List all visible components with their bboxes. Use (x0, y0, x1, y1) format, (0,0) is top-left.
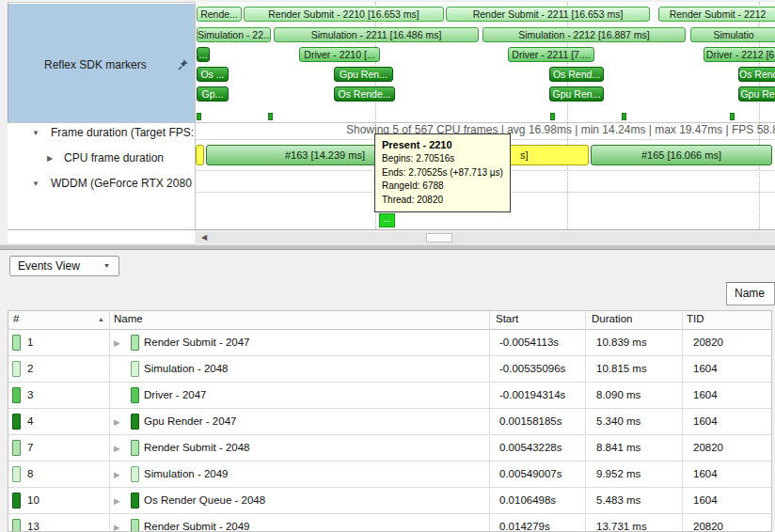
event-color-chip (131, 387, 139, 403)
event-color-chip (131, 414, 139, 430)
present-tick[interactable] (550, 113, 555, 120)
event-duration: 5.340 ms (596, 415, 641, 427)
event-tid: 20820 (693, 442, 723, 453)
column-header-start[interactable]: Start (496, 313, 518, 324)
column-divider[interactable] (682, 311, 683, 532)
collapse-arrow-icon[interactable]: ▼ (32, 129, 40, 137)
table-row[interactable]: 4▶Gpu Render - 20470.00158185s5.340 ms16… (8, 409, 771, 435)
tree-item-cpu-frame-duration[interactable]: ▶ CPU frame duration (8, 151, 195, 168)
events-view-dropdown[interactable]: Events View ▼ (9, 256, 119, 276)
marker-bar[interactable]: Gpu Ren... (334, 67, 393, 82)
event-duration: 13.731 ms (596, 521, 647, 532)
collapse-arrow-icon[interactable]: ▼ (32, 180, 40, 188)
marker-bar[interactable]: Os Rende... (334, 86, 395, 102)
column-header-index[interactable]: # (13, 313, 19, 324)
event-tooltip: Present - 2210 Begins: 2.70516sEnds: 2.7… (374, 133, 511, 212)
present-tick[interactable] (197, 113, 201, 120)
event-color-chip (131, 361, 139, 377)
expand-arrow-icon[interactable]: ▶ (114, 523, 120, 532)
event-start: 0.014279s (499, 521, 550, 532)
row-index: 2 (27, 363, 33, 374)
event-tid: 1604 (693, 468, 718, 479)
event-duration: 10.839 ms (596, 336, 647, 348)
marker-bar[interactable]: Driver - 2210 [... (299, 47, 380, 62)
wddm-event-chip[interactable]: ... (379, 213, 395, 227)
event-color-chip (131, 440, 139, 456)
event-color-chip (131, 493, 139, 509)
row-index: 13 (27, 521, 40, 532)
column-divider[interactable] (489, 311, 490, 532)
event-color-chip (12, 387, 21, 403)
cpu-frame-bar[interactable]: #165 [16.066 ms] (591, 145, 772, 165)
column-header-name[interactable]: Name (114, 313, 143, 324)
table-row[interactable]: 8▶Simulation - 20490.00549007s9.952 ms16… (8, 462, 771, 488)
expand-arrow-icon[interactable]: ▶ (114, 470, 120, 479)
table-row[interactable]: 10▶Os Render Queue - 20480.0106498s5.483… (8, 488, 771, 514)
tree-item-wddm[interactable]: ▼ WDDM (GeForce RTX 2080 SUP (8, 177, 195, 194)
sort-ascending-icon: ▲ (98, 316, 104, 322)
marker-bar[interactable]: Render Submit - 2210 [16.653 ms] (244, 7, 444, 22)
table-row[interactable]: 1▶Render Submit - 2047-0.0054113s10.839 … (8, 330, 771, 356)
marker-bar[interactable]: Simulation - 2212 [16.887 ms] (482, 27, 686, 42)
event-color-chip (131, 519, 139, 532)
reflex-sdk-row-header[interactable]: Reflex SDK markers (8, 4, 195, 123)
event-start: -0.0054113s (499, 336, 559, 348)
panel-splitter[interactable] (0, 244, 775, 250)
marker-bar[interactable]: ... (197, 47, 210, 62)
expand-arrow-icon[interactable]: ▶ (47, 154, 53, 163)
marker-bar[interactable]: Gpu Re (738, 86, 775, 102)
column-header-tid[interactable]: TID (687, 313, 704, 324)
present-tick[interactable] (268, 113, 273, 120)
event-color-chip (12, 361, 21, 377)
marker-bar[interactable]: Simulatio (690, 27, 775, 42)
event-start: 0.0106498s (499, 494, 556, 506)
marker-bar[interactable]: Simulation - 22... (197, 27, 271, 42)
marker-bar[interactable]: Render Submit - 2212 (658, 7, 775, 22)
cpu-frame-bar[interactable] (196, 145, 204, 165)
event-color-chip (12, 493, 21, 509)
scrollbar-thumb[interactable] (426, 233, 452, 243)
expand-arrow-icon[interactable]: ▶ (114, 496, 120, 506)
marker-bar[interactable]: Driver - 2212 [6 (704, 47, 775, 62)
expand-arrow-icon[interactable]: ▶ (114, 338, 120, 348)
row-index: 10 (27, 494, 40, 506)
tooltip-line: Begins: 2.70516s (382, 152, 503, 166)
expand-arrow-icon[interactable]: ▶ (114, 417, 120, 427)
marker-bar[interactable]: Simulation - 2211 [16.486 ms] (274, 27, 479, 42)
marker-bar[interactable]: Os ... (197, 67, 229, 82)
tooltip-line: RangeId: 6788 (382, 180, 503, 194)
present-tick[interactable] (730, 113, 735, 120)
table-header: # ▲ Name Start Duration TID (8, 311, 771, 330)
marker-bar[interactable]: Driver - 2211 [7.... (508, 47, 594, 62)
column-divider[interactable] (585, 311, 586, 532)
table-row[interactable]: 3Driver - 2047-0.00194314s8.090 ms1604 (8, 383, 771, 409)
horizontal-scrollbar[interactable]: ◀ (196, 232, 775, 243)
panel-column-separator (195, 2, 196, 229)
event-color-chip (131, 466, 139, 482)
event-name: Os Render Queue - 2048 (144, 494, 265, 506)
event-name: Driver - 2047 (144, 389, 206, 400)
marker-bar[interactable]: Rende... (197, 7, 242, 22)
marker-bar[interactable]: Gpu Ren... (549, 86, 604, 102)
expand-arrow-icon[interactable]: ▶ (114, 444, 120, 453)
table-row[interactable]: 7▶Render Submit - 20480.00543228s8.841 m… (8, 435, 771, 462)
marker-bar[interactable]: Render Submit - 2211 [16.653 ms] (446, 7, 650, 22)
row-index: 1 (27, 336, 33, 348)
column-header-duration[interactable]: Duration (592, 313, 632, 324)
present-tick[interactable] (622, 113, 626, 120)
tree-item-label: Frame duration (Target FPS: 60 (51, 126, 195, 139)
event-name: Render Submit - 2048 (144, 442, 250, 453)
table-row[interactable]: 2Simulation - 2048-0.00535096s10.815 ms1… (8, 356, 771, 383)
tooltip-line: Thread: 20820 (382, 194, 503, 208)
marker-bar[interactable]: Os Rend... (549, 67, 604, 82)
tree-item-frame-duration[interactable]: ▼ Frame duration (Target FPS: 60 (8, 126, 195, 143)
marker-bar[interactable]: Os Rend (738, 67, 775, 82)
pin-icon[interactable] (178, 58, 189, 70)
column-divider[interactable] (109, 311, 110, 532)
scroll-left-arrow-icon[interactable]: ◀ (198, 232, 211, 243)
name-filter-box[interactable]: Name (726, 282, 775, 305)
event-start: 0.00158185s (499, 415, 562, 427)
marker-bar[interactable]: Gp... (197, 86, 229, 102)
table-row[interactable]: 13▶Render Submit - 20490.014279s13.731 m… (8, 514, 771, 532)
event-duration: 10.815 ms (596, 363, 647, 374)
